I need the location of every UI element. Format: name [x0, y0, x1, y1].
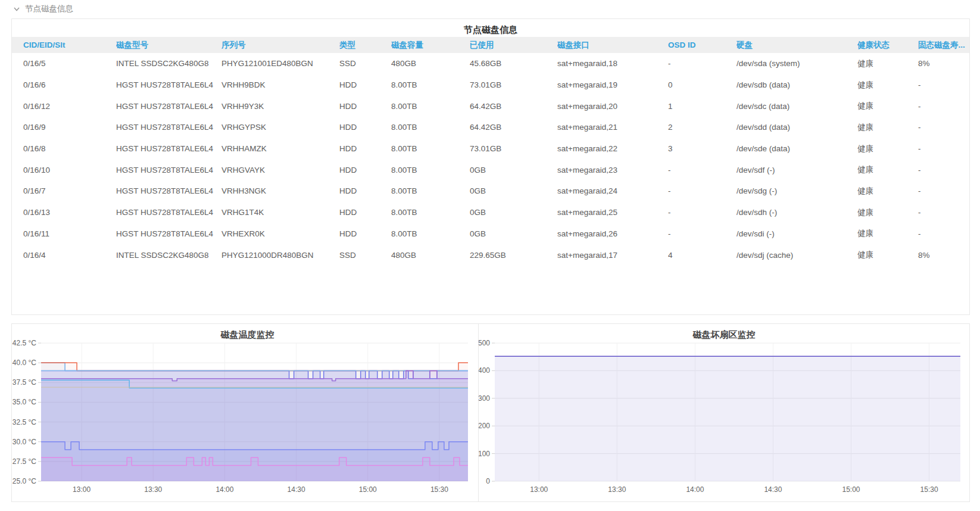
- chevron-down-icon[interactable]: [13, 5, 21, 13]
- disk-table: CID/EID/Slt磁盘型号序列号类型磁盘容量已使用磁盘接口OSD ID硬盘健…: [12, 37, 969, 266]
- svg-text:200: 200: [479, 422, 490, 430]
- section-collapse-header[interactable]: 节点磁盘信息: [13, 4, 73, 14]
- cell: /dev/sdh (-): [736, 202, 857, 223]
- table-row: 0/16/7HGST HUS728T8TALE6L4VRHH3NGKHDD8.0…: [12, 180, 969, 202]
- cell: HDD: [339, 159, 391, 180]
- disk-temp-40-orange-line: [41, 363, 468, 370]
- svg-text:0: 0: [486, 477, 490, 485]
- cell: 3: [668, 138, 736, 160]
- cell: 健康: [857, 202, 918, 223]
- column-header-0: CID/EID/Slt: [12, 37, 116, 53]
- cell: 229.65GB: [470, 244, 557, 266]
- cell: -: [668, 53, 736, 74]
- page: 节点磁盘信息 节点磁盘信息 CID/EID/Slt磁盘型号序列号类型磁盘容量已使…: [0, 0, 980, 511]
- column-header-9: 健康状态: [857, 37, 918, 53]
- cell: 73.01GB: [470, 138, 557, 160]
- cell: 8.00TB: [391, 95, 470, 117]
- cell: /dev/sdg (-): [736, 180, 857, 202]
- cell: HDD: [339, 74, 391, 96]
- table-row: 0/16/12HGST HUS728T8TALE6L4VRHH9Y3KHDD8.…: [12, 95, 969, 117]
- svg-text:13:00: 13:00: [73, 485, 90, 494]
- cell: 2: [668, 117, 736, 138]
- svg-text:13:30: 13:30: [608, 485, 626, 494]
- cell: -: [918, 223, 969, 245]
- cell: HGST HUS728T8TALE6L4: [116, 223, 221, 245]
- cell: HGST HUS728T8TALE6L4: [116, 95, 221, 117]
- cell: -: [918, 138, 969, 160]
- cell: /dev/sdc (data): [736, 95, 857, 117]
- svg-text:500: 500: [479, 339, 490, 347]
- cell: HGST HUS728T8TALE6L4: [116, 117, 221, 138]
- svg-text:15:30: 15:30: [920, 485, 938, 494]
- cell: sat+megaraid,21: [557, 117, 668, 138]
- cell: /dev/sda (system): [736, 53, 857, 74]
- disk-temp-40-blue-line: [41, 363, 468, 370]
- cell: -: [918, 159, 969, 180]
- cell: 8%: [918, 244, 969, 266]
- svg-text:13:00: 13:00: [530, 485, 548, 494]
- cell: 健康: [857, 223, 918, 245]
- svg-text:100: 100: [479, 450, 490, 458]
- cell: -: [918, 180, 969, 202]
- cell: 健康: [857, 95, 918, 117]
- cell: 0GB: [470, 202, 557, 223]
- cell: 0/16/9: [12, 117, 116, 138]
- cell: -: [668, 159, 736, 180]
- svg-text:27.5 °C: 27.5 °C: [13, 457, 36, 466]
- cell: -: [918, 74, 969, 96]
- table-row: 0/16/13HGST HUS728T8TALE6L4VRHG1T4KHDD8.…: [12, 202, 969, 223]
- cell: 8.00TB: [391, 74, 470, 96]
- cell: 健康: [857, 74, 918, 96]
- cell: 8.00TB: [391, 202, 470, 223]
- column-header-10: 固态磁盘寿...: [918, 37, 969, 53]
- cell: VRHH3NGK: [221, 180, 339, 202]
- cell: 健康: [857, 53, 918, 74]
- cell: 480GB: [391, 244, 470, 266]
- svg-text:300: 300: [479, 394, 490, 403]
- cell: 8.00TB: [391, 117, 470, 138]
- svg-text:15:00: 15:00: [842, 485, 860, 494]
- svg-text:42.5 °C: 42.5 °C: [13, 339, 36, 347]
- cell: 健康: [857, 159, 918, 180]
- cell: /dev/sdb (data): [736, 74, 857, 96]
- section-title[interactable]: 节点磁盘信息: [25, 4, 73, 14]
- svg-text:15:00: 15:00: [359, 485, 377, 494]
- cell: 8.00TB: [391, 223, 470, 245]
- cell: 4: [668, 244, 736, 266]
- cell: PHYG121001ED480BGN: [221, 53, 339, 74]
- column-header-6: 磁盘接口: [557, 37, 668, 53]
- cell: /dev/sdf (-): [736, 159, 857, 180]
- cell: 0/16/10: [12, 159, 116, 180]
- temperature-chart: 42.5 °C40.0 °C37.5 °C35.0 °C32.5 °C30.0 …: [12, 324, 483, 501]
- cell: sat+megaraid,23: [557, 159, 668, 180]
- cell: 0/16/6: [12, 74, 116, 96]
- cell: HGST HUS728T8TALE6L4: [116, 138, 221, 160]
- column-header-2: 序列号: [221, 37, 339, 53]
- cell: 8.00TB: [391, 180, 470, 202]
- cell: -: [918, 202, 969, 223]
- cell: INTEL SSDSC2KG480G8: [116, 53, 221, 74]
- cell: sat+megaraid,22: [557, 138, 668, 160]
- cell: INTEL SSDSC2KG480G8: [116, 244, 221, 266]
- cell: PHYG121000DR480BGN: [221, 244, 339, 266]
- cell: 健康: [857, 244, 918, 266]
- cell: 0/16/4: [12, 244, 116, 266]
- bad-sector-count-area: [495, 356, 960, 481]
- cell: HGST HUS728T8TALE6L4: [116, 180, 221, 202]
- cell: 健康: [857, 180, 918, 202]
- cell: HDD: [339, 117, 391, 138]
- cell: HDD: [339, 138, 391, 160]
- cell: VRHG1T4K: [221, 202, 339, 223]
- column-header-8: 硬盘: [736, 37, 857, 53]
- column-header-3: 类型: [339, 37, 391, 53]
- cell: -: [918, 95, 969, 117]
- svg-text:30.0 °C: 30.0 °C: [13, 438, 36, 446]
- cell: HGST HUS728T8TALE6L4: [116, 159, 221, 180]
- bad-sector-chart-panel: 磁盘坏扇区监控 500400300200100013:0013:3014:001…: [478, 323, 970, 502]
- cell: 64.42GB: [470, 95, 557, 117]
- cell: 0/16/8: [12, 138, 116, 160]
- cell: 480GB: [391, 53, 470, 74]
- cell: VRHHAMZK: [221, 138, 339, 160]
- column-header-4: 磁盘容量: [391, 37, 470, 53]
- cell: sat+megaraid,26: [557, 223, 668, 245]
